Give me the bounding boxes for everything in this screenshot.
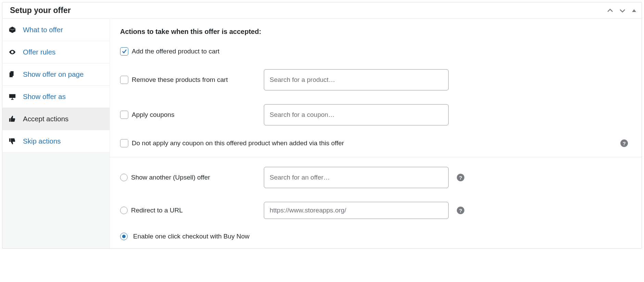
search-product-input[interactable] (264, 69, 449, 90)
search-coupon-input[interactable] (264, 104, 449, 125)
row-apply-coupons: Apply coupons (120, 104, 631, 125)
tab-label: What to offer (23, 26, 63, 34)
tab-label: Show offer as (23, 93, 66, 101)
help-icon[interactable]: ? (457, 174, 464, 181)
thumbs-down-icon (9, 137, 16, 145)
label-apply-coupons: Apply coupons (132, 111, 175, 119)
tab-label: Offer rules (23, 48, 55, 56)
row-redirect: Redirect to a URL ? (120, 202, 631, 219)
pages-icon (9, 71, 16, 78)
collapse-icon[interactable] (631, 8, 637, 13)
content-area: Actions to take when this offer is accep… (110, 19, 642, 248)
monitor-icon (9, 93, 16, 100)
sidebar: What to offer Offer rules Show offer on … (2, 19, 110, 248)
radio-one-click[interactable] (120, 233, 128, 240)
tab-label: Accept actions (23, 115, 68, 123)
panel-body: What to offer Offer rules Show offer on … (2, 19, 642, 248)
section-heading: Actions to take when this offer is accep… (120, 28, 631, 36)
tab-offer-rules[interactable]: Offer rules (2, 41, 110, 63)
tab-label: Skip actions (23, 137, 61, 145)
tab-skip-actions[interactable]: Skip actions (2, 130, 110, 152)
help-icon[interactable]: ? (620, 139, 628, 147)
move-up-icon[interactable] (607, 7, 614, 14)
tab-what-to-offer[interactable]: What to offer (2, 19, 110, 41)
label-no-coupon: Do not apply any coupon on this offered … (132, 139, 344, 147)
checkbox-remove-products[interactable] (120, 76, 128, 84)
row-upsell: Show another (Upsell) offer ? (120, 167, 631, 188)
panel-title: Setup your offer (10, 6, 71, 15)
checkbox-apply-coupons[interactable] (120, 111, 128, 119)
radio-upsell[interactable] (120, 174, 128, 181)
divider (110, 157, 642, 157)
row-remove-products: Remove these products from cart (120, 69, 631, 90)
setup-offer-panel: Setup your offer What to offer Offer rul… (2, 2, 642, 249)
label-upsell: Show another (Upsell) offer (131, 174, 210, 181)
eye-icon (9, 48, 16, 56)
checkbox-add-to-cart[interactable] (120, 47, 128, 56)
move-down-icon[interactable] (619, 7, 626, 14)
radio-redirect[interactable] (120, 207, 128, 214)
tab-label: Show offer on page (23, 70, 83, 78)
help-icon[interactable]: ? (457, 207, 464, 214)
row-add-to-cart: Add the offered product to cart (120, 47, 631, 56)
label-remove-products: Remove these products from cart (132, 76, 228, 84)
row-one-click: Enable one click checkout with Buy Now (120, 233, 631, 240)
thumbs-up-icon (9, 115, 16, 123)
box-icon (9, 26, 16, 34)
panel-controls (607, 7, 637, 14)
redirect-url-input[interactable] (264, 202, 449, 219)
label-one-click: Enable one click checkout with Buy Now (133, 233, 249, 240)
label-redirect: Redirect to a URL (131, 207, 183, 214)
label-add-to-cart: Add the offered product to cart (132, 48, 219, 55)
tab-accept-actions[interactable]: Accept actions (2, 108, 110, 130)
panel-header: Setup your offer (2, 2, 642, 19)
tab-show-on-page[interactable]: Show offer on page (2, 63, 110, 86)
checkbox-no-coupon[interactable] (120, 139, 128, 147)
tab-show-offer-as[interactable]: Show offer as (2, 86, 110, 108)
search-offer-input[interactable] (264, 167, 449, 188)
row-no-coupon: Do not apply any coupon on this offered … (120, 139, 631, 147)
